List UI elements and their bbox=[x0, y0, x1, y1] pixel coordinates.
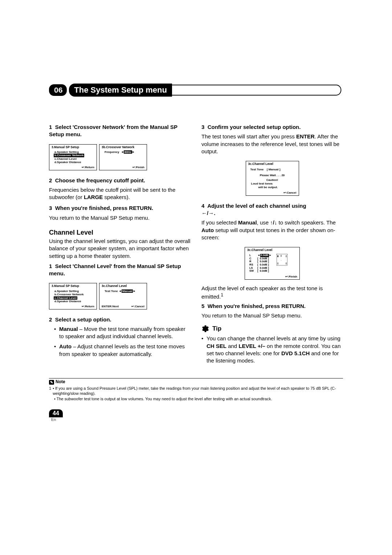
step-title: Choose the frequency cutoff point. bbox=[55, 177, 145, 183]
text: , use bbox=[257, 219, 270, 226]
osd-footer: ENTER:Next ↩:Cancel bbox=[99, 304, 147, 309]
text: If you are using a Sound Pressure Level … bbox=[53, 386, 336, 396]
text: – Move the test tone manually from speak… bbox=[59, 326, 185, 339]
body-text: You return to the Manual SP Setup menu. bbox=[49, 214, 191, 222]
text: The test tones will start after you pres… bbox=[201, 133, 296, 139]
text: If you selected bbox=[201, 219, 238, 226]
osd-footer-label: :Return bbox=[84, 166, 94, 169]
step-title: Select 'Channel Level' from the Manual S… bbox=[49, 263, 181, 276]
osd-footer-label: :Finish bbox=[135, 166, 144, 169]
osd-body: L C R RS LS SW ◄0.0dB► [ 0.0dB ] [ 0.0dB… bbox=[245, 252, 299, 274]
step-heading: 2 Choose the frequency cutoff point. bbox=[49, 177, 191, 184]
text-bold: LEVEL +/– bbox=[238, 343, 265, 349]
body-text: Adjust the level of each speaker as the … bbox=[201, 285, 343, 301]
text: – Adjust channel levels as the test tone… bbox=[59, 343, 185, 357]
step-heading: 5 When you're finished, press RETURN. bbox=[201, 303, 343, 310]
content-columns: 1 Select 'Crossover Network' from the Ma… bbox=[49, 122, 343, 367]
step-title: Select 'Crossover Network' from the Manu… bbox=[49, 124, 177, 137]
step-number: 1 bbox=[49, 124, 52, 130]
osd-title: 3b.Crossover Network bbox=[99, 145, 147, 150]
text-bold: Note bbox=[56, 379, 65, 385]
osd-item-highlighted: b.Crossover Network bbox=[54, 154, 93, 157]
osd-pair: 3.Manual SP Setup a.Speaker Setting b.Cr… bbox=[49, 279, 191, 314]
text-bold: Manual bbox=[59, 326, 78, 332]
text: will be output. bbox=[248, 186, 297, 189]
osd-title: 3c.Channel Level bbox=[245, 247, 299, 252]
chapter-title: The System Setup menu bbox=[69, 84, 172, 97]
text-bold: ENTER bbox=[296, 133, 315, 139]
osd-item-highlighted: c.Channel Level bbox=[54, 296, 93, 300]
step-number: 1 bbox=[49, 263, 52, 269]
body-text: Frequencies below the cutoff point will … bbox=[49, 186, 191, 201]
text-bold: LARGE bbox=[84, 194, 103, 200]
text: setup will output test tones in the orde… bbox=[201, 227, 335, 240]
footnote-ref: 1 bbox=[221, 292, 223, 297]
osd-item: a.Speaker Setting bbox=[54, 289, 93, 293]
osd-body: Test Tone ◄Manual► bbox=[99, 289, 147, 304]
step-title: Select a setup option. bbox=[55, 316, 111, 323]
step-heading: 4 Adjust the level of each channel using… bbox=[201, 202, 343, 217]
osd-title: 3c.Channel Level bbox=[246, 161, 299, 166]
text: SW bbox=[249, 270, 254, 273]
language-label: En bbox=[51, 417, 343, 422]
osd-crossover-network: 3b.Crossover Network Frequency ◄80Hz► ↩:… bbox=[99, 144, 147, 170]
body-text: If you selected Manual, use ↑/↓ to switc… bbox=[201, 219, 343, 241]
step-title: When you're finished, press RETURN. bbox=[55, 205, 153, 211]
page-number: 44 bbox=[49, 409, 63, 417]
osd-channel-level-wait: 3c.Channel Level Test Tone [ Manual ] Pl… bbox=[246, 161, 299, 196]
return-icon: ↩ bbox=[82, 166, 84, 169]
step-heading: 3 Confirm your selected setup option. bbox=[201, 123, 343, 131]
osd-footer-label: :Finish bbox=[288, 275, 297, 278]
step-number: 5 bbox=[201, 303, 204, 309]
osd-footer: ↩:Cancel bbox=[246, 190, 299, 195]
text: Please Wait . . . 20 bbox=[248, 174, 297, 177]
osd-footer: ↩:Return bbox=[49, 304, 97, 309]
text: Adjust the level of each speaker as the … bbox=[201, 285, 323, 300]
osd-manual-sp-setup-2: 3.Manual SP Setup a.Speaker Setting b.Cr… bbox=[49, 283, 97, 309]
return-icon: ↩ bbox=[132, 166, 135, 169]
footnote-2: • The subwoofer test tone is output at l… bbox=[49, 396, 343, 401]
text: 0.0dB bbox=[260, 269, 267, 272]
osd-channel-level: 3c.Channel Level Test Tone ◄Manual► ENTE… bbox=[99, 283, 147, 309]
page-footer: 44 En bbox=[49, 401, 343, 422]
tip-label: Tip bbox=[212, 325, 221, 333]
text-bold: DVD 5.1CH bbox=[281, 350, 310, 356]
osd-manual-sp-setup: 3.Manual SP Setup a.Speaker Setting b.Cr… bbox=[49, 144, 97, 170]
osd-title: 3c.Channel Level bbox=[99, 283, 147, 288]
osd-body: a.Speaker Setting b.Crossover Network c.… bbox=[49, 150, 97, 165]
osd-item: a.Speaker Setting bbox=[54, 150, 93, 154]
up-down-arrow-icon: ↑/↓ bbox=[270, 219, 277, 226]
list-item: • You can change the channel levels at a… bbox=[201, 335, 343, 364]
channel-values: ◄0.0dB► [ 0.0dB ] [ 0.0dB ] [ 0.0dB ] [ … bbox=[257, 254, 271, 273]
text: The subwoofer test tone is output at low… bbox=[57, 397, 272, 401]
footnote-1: 1 • If you are using a Sound Pressure Le… bbox=[49, 386, 343, 396]
text: Loud test tones bbox=[248, 182, 297, 186]
tip-heading: Tip bbox=[201, 325, 343, 333]
text: Test Tone bbox=[250, 168, 264, 171]
step-heading: 2 Select a setup option. bbox=[49, 316, 191, 323]
osd-row-value: 80Hz bbox=[124, 150, 132, 154]
step-number: 2 bbox=[49, 316, 52, 323]
osd-body: Frequency ◄80Hz► bbox=[99, 150, 147, 165]
step-title: Adjust the level of each channel using bbox=[207, 203, 306, 209]
return-icon: ↩ bbox=[82, 305, 84, 308]
footnote-section: ✎ Note 1 • If you are using a Sound Pres… bbox=[49, 378, 343, 401]
left-right-arrow-icon: ←/→. bbox=[201, 210, 215, 216]
footnote-number: 1 bbox=[49, 386, 51, 396]
osd-row-label: Test Tone bbox=[105, 289, 118, 293]
osd-item: b.Crossover Network bbox=[54, 293, 93, 296]
text: and bbox=[226, 343, 238, 349]
step-number: 4 bbox=[201, 203, 204, 209]
body-text: Using the channel level settings, you ca… bbox=[49, 238, 191, 260]
osd-footer-label: :Return bbox=[84, 305, 94, 308]
tip-body: You can change the channel levels at any… bbox=[207, 335, 343, 364]
osd-channel-level-adjust: 3c.Channel Level L C R RS LS SW ◄0.0dB► bbox=[245, 247, 300, 280]
text: [ Manual ] bbox=[267, 168, 280, 171]
channel-names: L C R RS LS SW bbox=[249, 254, 254, 273]
bullet-icon: • bbox=[201, 335, 204, 364]
page: 06 The System Setup menu 1 Select 'Cross… bbox=[0, 0, 392, 443]
list-item: • Manual – Move the test tone manually f… bbox=[54, 325, 191, 340]
osd-footer-label: :Cancel bbox=[286, 191, 297, 194]
text: You can change the channel levels at any… bbox=[207, 335, 340, 341]
bullet-list: • Manual – Move the test tone manually f… bbox=[54, 325, 191, 358]
